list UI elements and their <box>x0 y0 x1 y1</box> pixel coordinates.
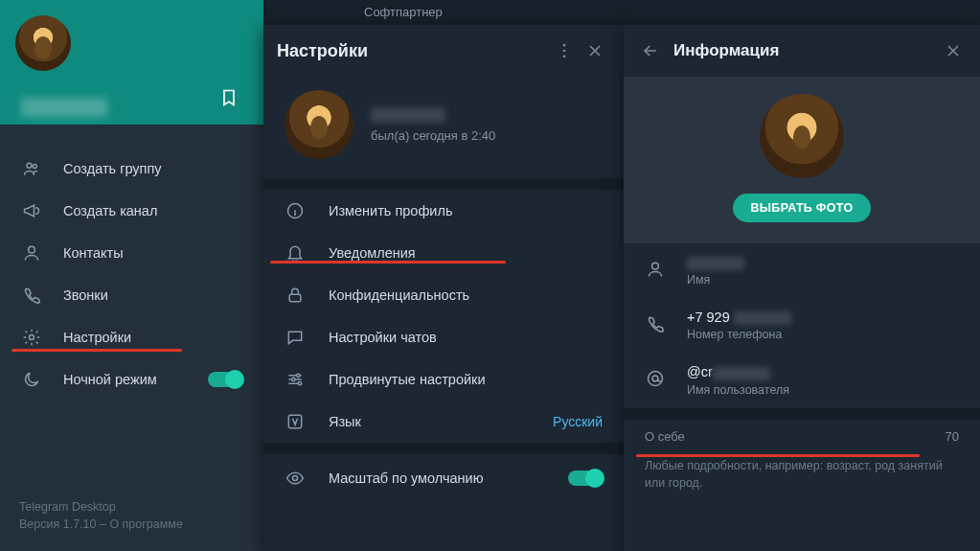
close-button[interactable] <box>580 35 610 66</box>
settings-panel: Настройки был(а) сегодня в 2:40 Изменить… <box>263 25 624 551</box>
field-label: Номер телефона <box>687 328 791 341</box>
close-icon <box>585 41 604 60</box>
bookmark-icon <box>219 88 239 107</box>
row-privacy[interactable]: Конфиденциальность <box>263 274 624 316</box>
row-edit-profile[interactable]: Изменить профиль <box>263 190 624 232</box>
svg-rect-8 <box>289 294 301 302</box>
svg-point-4 <box>563 44 566 47</box>
field-label: Имя <box>687 273 744 287</box>
person-icon <box>21 242 42 264</box>
menu-calls[interactable]: Звонки <box>0 274 263 316</box>
row-label: Язык <box>329 414 361 429</box>
username-redacted <box>713 367 770 380</box>
svg-point-15 <box>649 372 663 386</box>
close-button[interactable] <box>938 35 969 66</box>
field-phone[interactable]: +7 929 Номер телефона <box>624 298 980 353</box>
settings-header: Настройки <box>263 25 624 77</box>
saved-messages-button[interactable] <box>216 84 242 111</box>
menu-night-mode[interactable]: Ночной режим <box>0 358 263 401</box>
row-label: Продвинутые настройки <box>329 372 486 387</box>
svg-point-10 <box>292 378 295 380</box>
avatar[interactable] <box>760 94 844 178</box>
info-title-text: Информация <box>673 41 938 60</box>
arrow-left-icon <box>641 41 660 60</box>
photo-area: ВЫБРАТЬ ФОТО <box>624 77 980 243</box>
menu-create-group[interactable]: Создать группу <box>0 148 263 190</box>
svg-point-1 <box>33 165 36 169</box>
annotation-underline <box>270 261 506 264</box>
row-label: Масштаб по умолчанию <box>329 471 484 486</box>
menu-label: Контакты <box>63 245 124 261</box>
night-mode-toggle[interactable] <box>208 372 242 387</box>
row-notifications[interactable]: Уведомления <box>263 232 624 274</box>
chat-icon <box>285 327 306 348</box>
close-icon <box>944 41 963 60</box>
row-advanced[interactable]: Продвинутые настройки <box>263 358 624 401</box>
phone-icon <box>21 285 42 306</box>
sidebar-header <box>0 0 263 125</box>
back-button[interactable] <box>635 35 666 66</box>
group-icon <box>21 158 42 179</box>
menu-label: Создать канал <box>63 203 157 218</box>
more-button[interactable] <box>549 35 580 66</box>
avatar[interactable] <box>285 90 353 159</box>
info-header: Информация <box>624 25 980 77</box>
profile-summary: был(а) сегодня в 2:40 <box>263 77 624 178</box>
about-char-count: 70 <box>946 429 959 444</box>
megaphone-icon <box>21 200 42 221</box>
settings-list: Изменить профиль Уведомления Конфиденциа… <box>263 190 624 443</box>
menu-contacts[interactable]: Контакты <box>0 232 263 274</box>
dots-vertical-icon <box>555 41 574 60</box>
at-icon <box>645 368 666 389</box>
about-label: О себе <box>645 429 959 444</box>
row-default-scale[interactable]: Масштаб по умолчанию <box>263 454 624 502</box>
settings-title-text: Настройки <box>277 41 549 61</box>
chat-header: Софтпартнер <box>263 0 980 25</box>
avatar[interactable] <box>15 15 71 71</box>
username-value: @cr <box>687 364 713 379</box>
phone-redacted <box>734 311 791 325</box>
phone-value: +7 929 <box>687 310 730 325</box>
moon-icon <box>21 369 42 390</box>
person-icon <box>645 259 666 280</box>
app-name: Telegram Desktop <box>19 498 183 517</box>
last-seen-status: был(а) сегодня в 2:40 <box>371 128 495 143</box>
name-redacted <box>687 257 744 270</box>
row-chat-settings[interactable]: Настройки чатов <box>263 316 624 358</box>
annotation-underline <box>636 454 920 457</box>
svg-point-9 <box>297 374 300 377</box>
field-username[interactable]: @cr Имя пользователя <box>624 353 980 407</box>
field-label: Имя пользователя <box>687 383 789 397</box>
gear-icon <box>21 327 42 348</box>
menu-settings[interactable]: Настройки <box>0 316 263 358</box>
field-name[interactable]: Имя <box>624 243 980 298</box>
svg-point-16 <box>652 376 658 381</box>
menu-label: Настройки <box>63 330 131 345</box>
version-text: Версия 1.7.10 – <box>19 517 109 531</box>
divider <box>263 443 624 454</box>
main-menu-sidebar: Создать группу Создать канал Контакты Зв… <box>0 0 263 551</box>
phone-icon <box>645 313 666 334</box>
language-value: Русский <box>553 414 603 429</box>
svg-point-14 <box>652 263 659 269</box>
username-redacted <box>21 98 107 117</box>
divider <box>624 408 980 420</box>
menu-label: Создать группу <box>63 161 162 176</box>
menu-create-channel[interactable]: Создать канал <box>0 190 263 232</box>
eye-icon <box>285 468 306 489</box>
default-scale-toggle[interactable] <box>568 471 603 486</box>
row-language[interactable]: Язык Русский <box>263 401 624 443</box>
menu-label: Ночной режим <box>63 372 157 387</box>
row-label: Уведомления <box>329 245 416 261</box>
svg-point-3 <box>30 335 34 340</box>
choose-photo-button[interactable]: ВЫБРАТЬ ФОТО <box>733 194 870 222</box>
row-label: Изменить профиль <box>329 203 452 218</box>
about-hint: Любые подробности, например: возраст, ро… <box>645 457 959 492</box>
sidebar-menu: Создать группу Создать канал Контакты Зв… <box>0 125 263 401</box>
info-icon <box>285 200 306 221</box>
language-icon <box>285 411 306 432</box>
lock-icon <box>285 285 306 306</box>
divider <box>263 178 624 190</box>
svg-point-0 <box>27 163 32 168</box>
about-link[interactable]: О программе <box>109 517 182 531</box>
